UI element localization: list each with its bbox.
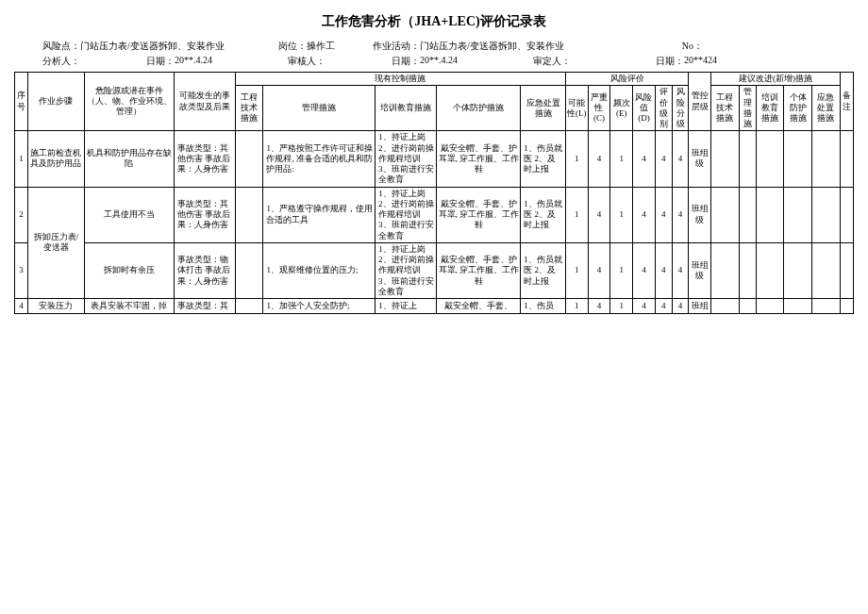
analyst-value	[80, 55, 137, 68]
cell-eng	[235, 299, 263, 314]
cell-accident: 事故类型：物体打击 事故后果：人身伤害	[174, 242, 235, 298]
cell-D: 4	[633, 242, 656, 298]
col-source: 危险源或潜在事件（人、物、作业环境、管理）	[84, 73, 174, 131]
cell-train: 1、持证上岗 2、进行岗前操作规程培训 3、班前进行安全教育	[376, 242, 437, 298]
cell-accident: 事故类型：其	[174, 299, 235, 314]
col-accident: 可能发生的事故类型及后果	[174, 73, 235, 131]
cell-ctrl: 班组级	[689, 187, 711, 242]
col-r-rl: 风险分级	[672, 86, 689, 131]
cell-ppe: 戴安全帽、手套、护耳罩, 穿工作服、工作鞋	[437, 242, 521, 298]
risk-point-value: 门站压力表/变送器拆卸、安装作业	[80, 40, 269, 53]
col-c-emg: 应急处置措施	[521, 86, 566, 131]
cell-source: 工具使用不当	[84, 187, 174, 242]
cell-source: 表具安装不牢固，掉	[84, 299, 174, 314]
cell-step: 施工前检查机具及防护用品	[28, 131, 84, 187]
analyst-label: 分析人：	[14, 55, 80, 68]
cell-ctrl: 班组级	[689, 242, 711, 298]
cell-eng	[235, 131, 263, 187]
table-row: 2 拆卸压力表/变送器 工具使用不当 事故类型：其他伤害 事故后果：人身伤害 1…	[15, 187, 854, 242]
cell-mgmt: 1、观察维修位置的压力;	[263, 242, 376, 298]
cell-D: 4	[633, 299, 656, 314]
col-s-mgmt: 管理措施	[739, 86, 756, 131]
date1-label: 日期：	[137, 55, 175, 68]
cell-rl: 4	[672, 299, 689, 314]
jha-table: 序号 作业步骤 危险源或潜在事件（人、物、作业环境、管理） 可能发生的事故类型及…	[14, 72, 854, 314]
cell-E: 1	[610, 131, 633, 187]
date3-label: 日期：	[646, 55, 684, 68]
cell-accident: 事故类型：其他伤害 事故后果：人身伤害	[174, 187, 235, 242]
post-value: 操作工	[307, 40, 363, 53]
approver-label: 审定人：	[514, 55, 571, 68]
cell-lv: 4	[655, 242, 672, 298]
col-c-eng: 工程技术措施	[235, 86, 263, 131]
cell-lv: 4	[655, 299, 672, 314]
table-row: 1 施工前检查机具及防护用品 机具和防护用品存在缺陷 事故类型：其他伤害 事故后…	[15, 131, 854, 187]
date3-value: 20**424	[684, 55, 741, 68]
cell-seq: 4	[15, 299, 28, 314]
cell-ppe: 戴安全帽、手套、护耳罩, 穿工作服、工作鞋	[437, 187, 521, 242]
cell-emg: 1、伤员就医 2、及时上报	[521, 131, 566, 187]
cell-ctrl: 班组级	[689, 131, 711, 187]
cell-emg: 1、伤员就医 2、及时上报	[521, 242, 566, 298]
no-label: No：	[627, 40, 703, 53]
activity-label: 作业活动：	[363, 40, 420, 53]
cell-mgmt: 1、严格遵守操作规程，使用合适的工具	[263, 187, 376, 242]
cell-L: 1	[565, 299, 588, 314]
cell-step: 拆卸压力表/变送器	[28, 187, 84, 299]
cell-C: 4	[588, 131, 610, 187]
cell-L: 1	[565, 242, 588, 298]
cell-rl: 4	[672, 242, 689, 298]
col-c-mgmt: 管理措施	[263, 86, 376, 131]
post-label: 岗位：	[269, 40, 307, 53]
col-s-ppe: 个体防护措施	[784, 86, 812, 131]
cell-train: 1、持证上岗 2、进行岗前操作规程培训 3、班前进行安全教育	[376, 187, 437, 242]
cell-lv: 4	[655, 131, 672, 187]
cell-L: 1	[565, 187, 588, 242]
col-r-l: 可能性(L)	[565, 86, 588, 131]
col-note: 备注	[840, 73, 853, 131]
date1-value: 20**.4.24	[175, 55, 269, 68]
cell-rl: 4	[672, 131, 689, 187]
col-current: 现有控制措施	[235, 73, 565, 86]
col-s-train: 培训教育措施	[756, 86, 784, 131]
col-r-lv: 评价级别	[655, 86, 672, 131]
reviewer-value	[326, 55, 382, 68]
cell-ppe: 戴安全帽、手套、	[437, 299, 521, 314]
risk-point-label: 风险点：	[14, 40, 80, 53]
col-s-eng: 工程技术措施	[711, 86, 740, 131]
cell-C: 4	[588, 299, 610, 314]
cell-L: 1	[565, 131, 588, 187]
cell-emg: 1、伤员就医 2、及时上报	[521, 187, 566, 242]
cell-seq: 2	[15, 187, 28, 242]
cell-seq: 3	[15, 242, 28, 298]
cell-mgmt: 1、严格按照工作许可证和操作规程, 准备合适的机具和防护用品:	[263, 131, 376, 187]
cell-accident: 事故类型：其他伤害 事故后果：人身伤害	[174, 131, 235, 187]
cell-E: 1	[610, 299, 633, 314]
col-risk: 风险评价	[565, 73, 689, 86]
reviewer-label: 审核人：	[269, 55, 326, 68]
cell-train: 1、持证上岗 2、进行岗前操作规程培训 3、班前进行安全教育	[376, 131, 437, 187]
cell-ctrl: 班组	[689, 299, 711, 314]
col-suggest: 建议改进(新增)措施	[711, 73, 841, 86]
date2-label: 日期：	[382, 55, 420, 68]
col-ctrl-lv: 管控层级	[689, 73, 711, 131]
cell-mgmt: 1、加强个人安全防护;	[263, 299, 376, 314]
cell-eng	[235, 187, 263, 242]
cell-C: 4	[588, 242, 610, 298]
header-block: 风险点： 门站压力表/变送器拆卸、安装作业 岗位： 操作工 作业活动： 门站压力…	[14, 40, 854, 68]
date2-value: 20**.4.24	[420, 55, 514, 68]
col-seq: 序号	[15, 73, 28, 131]
cell-D: 4	[633, 187, 656, 242]
cell-step: 安装压力	[28, 299, 84, 314]
cell-train: 1、持证上	[376, 299, 437, 314]
cell-seq: 1	[15, 131, 28, 187]
col-r-e: 频次(E)	[610, 86, 633, 131]
cell-rl: 4	[672, 187, 689, 242]
cell-E: 1	[610, 242, 633, 298]
cell-lv: 4	[655, 187, 672, 242]
cell-E: 1	[610, 187, 633, 242]
cell-source: 机具和防护用品存在缺陷	[84, 131, 174, 187]
col-c-train: 培训教育措施	[376, 86, 437, 131]
cell-C: 4	[588, 187, 610, 242]
cell-ppe: 戴安全帽、手套、护耳罩, 穿工作服、工作鞋	[437, 131, 521, 187]
